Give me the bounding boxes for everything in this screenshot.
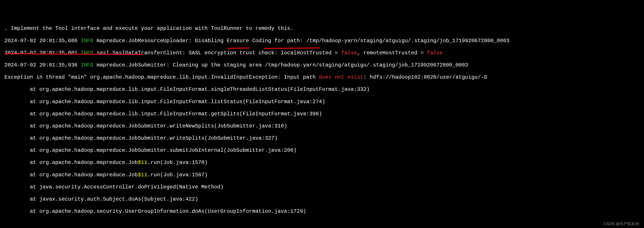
stack-trace-line: at org.apache.hadoop.security.UserGroupI… — [4, 208, 640, 214]
log-level-info: INFO — [81, 38, 94, 44]
stack-trace-line: at org.apache.hadoop.mapreduce.JobSubmit… — [4, 147, 640, 154]
stack-trace-line: at org.apache.hadoop.mapreduce.lib.input… — [4, 111, 640, 117]
timestamp: 2024-07-02 20:01:35,936 — [4, 62, 81, 68]
log-message: sasl.SaslDataTransferClient: SASL encryp… — [93, 50, 341, 56]
log-line-erasure-coding: 2024-07-02 20:01:35,686 INFO mapreduce.J… — [4, 38, 640, 44]
log-line-sasl: 2024-07-02 20:01:35,801 INFO sasl.SaslDa… — [4, 50, 640, 56]
false-value: false — [427, 50, 443, 56]
log-line-tool-interface: . Implement the Tool interface and execu… — [4, 25, 640, 32]
inner-class-marker: $11 — [138, 160, 147, 165]
false-value: false — [341, 50, 357, 56]
annotation-underline — [264, 48, 320, 49]
stack-trace-line: at org.apache.hadoop.mapreduce.lib.input… — [4, 86, 640, 92]
stack-trace-line: at java.security.AccessController.doPriv… — [4, 184, 640, 190]
exception-prefix: Exception in thread "main" org.apache.ha… — [4, 74, 319, 80]
log-message-mid: , remoteHostTrusted = — [357, 50, 427, 56]
stack-trace-line: at org.apache.hadoop.mapreduce.JobSubmit… — [4, 123, 640, 129]
log-message: mapreduce.JobSubmitter: Cleaning up the … — [93, 62, 468, 68]
stack-trace-line: at org.apache.hadoop.mapreduce.JobSubmit… — [4, 135, 640, 141]
stack-prefix: at org.apache.hadoop.mapreduce.Job — [4, 172, 138, 178]
stack-trace-line: at org.apache.hadoop.mapreduce.Job$11.ru… — [4, 172, 640, 178]
log-line-cleanup: 2024-07-02 20:01:35,936 INFO mapreduce.J… — [4, 62, 640, 68]
exception-error-text: does not exist — [319, 74, 364, 80]
log-level-info: INFO — [81, 62, 94, 68]
stack-prefix: at org.apache.hadoop.mapreduce.Job — [4, 160, 138, 165]
stack-trace-line: at javax.security.auth.Subject.doAs(Subj… — [4, 196, 640, 202]
timestamp: 2024-07-02 20:01:35,801 — [4, 50, 81, 56]
log-level-info: INFO — [81, 50, 94, 56]
stack-suffix: .run(Job.java:1567) — [147, 172, 208, 178]
stack-trace-line: at org.apache.hadoop.mapreduce.lib.input… — [4, 99, 640, 105]
csdn-watermark: CSDN @生产队队长 — [604, 221, 640, 226]
timestamp: 2024-07-02 20:01:35,686 — [4, 38, 81, 44]
stack-suffix: .run(Job.java:1570) — [147, 160, 208, 165]
exception-line: Exception in thread "main" org.apache.ha… — [4, 74, 640, 80]
stack-trace-line: at org.apache.hadoop.mapreduce.Job$11.ru… — [4, 160, 640, 166]
annotation-underline — [227, 48, 250, 49]
inner-class-marker: $11 — [138, 172, 147, 178]
log-message: mapreduce.JobResourceUploader: Disabling… — [93, 38, 510, 44]
exception-path: : hdfs://hadoop102:8020/user/atguigu/-D — [363, 74, 487, 80]
